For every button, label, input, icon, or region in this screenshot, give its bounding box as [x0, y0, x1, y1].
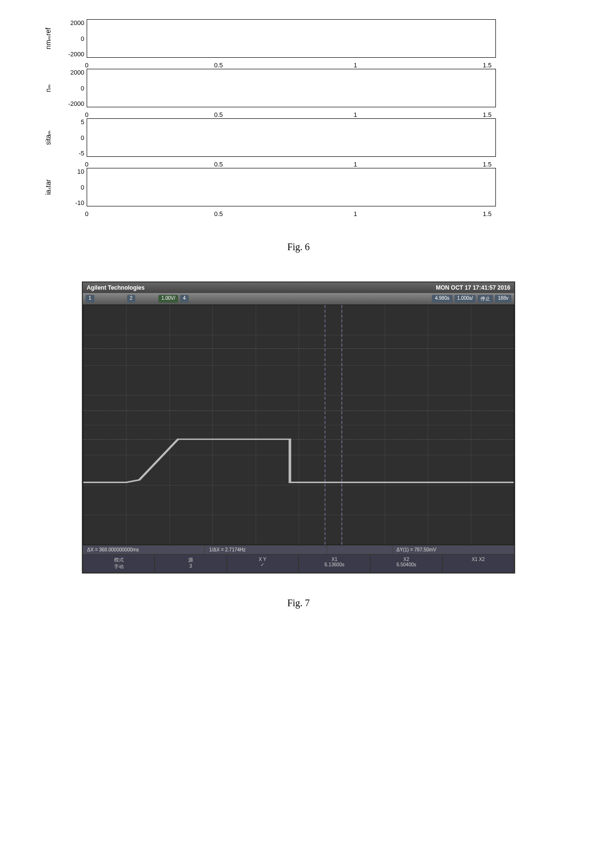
ylabel-nmref: nmₘref [44, 28, 52, 50]
meas-dy: ΔY(1) = 787.50mV [392, 545, 514, 554]
ylabel-nm: nₘ [44, 84, 52, 92]
scope-toolbar: 1 2 1.00V/ 4 4.980s 1.000s/ 停止 188v [83, 293, 514, 305]
ch4-indicator[interactable]: 4 [180, 295, 189, 303]
chart-iastar: iaₛtar 10 0 -10 [34, 168, 515, 206]
softkey-x2[interactable]: X2 6.50400s [370, 554, 442, 573]
trigger-level: 188v [495, 295, 511, 303]
scope-status: 停止 [478, 295, 493, 303]
time-div: 1.000s/ [454, 295, 476, 303]
figure-6: nmₘref 2000 0 -2000 0 0.5 1 1.5 nₘ 2000 [10, 19, 587, 253]
ch2-indicator[interactable]: 2 [127, 295, 136, 303]
softkey-source[interactable]: 源 3 [155, 554, 226, 573]
scope-timestamp: MON OCT 17 17:41:57 2016 [436, 284, 510, 291]
ylabel-iastar: iaₛtar [44, 179, 52, 195]
scope-brand: Agilent Technologies [87, 284, 144, 291]
softkey-mode[interactable]: 模式 手动 [83, 554, 155, 573]
softkey-x1x2[interactable]: X1 X2 [442, 554, 514, 573]
ylabel-sitam: sitaₘ [44, 130, 52, 145]
softkey-xy[interactable]: X Y ✓ [227, 554, 298, 573]
meas-invdx: 1/ΔX = 2.7174Hz [205, 545, 326, 554]
scope-screen[interactable] [83, 305, 514, 545]
caption-fig7: Fig. 7 [10, 598, 587, 609]
meas-dx: ΔX = 368.000000000ms [83, 545, 205, 554]
scope-softkeys: 模式 手动 源 3 X Y ✓ X1 6.13600s X2 6.50400s … [83, 554, 514, 573]
chart-nmref: nmₘref 2000 0 -2000 [34, 19, 515, 58]
caption-fig6: Fig. 6 [10, 242, 587, 253]
ch1-indicator[interactable]: 1 [86, 295, 94, 303]
scope-measurements: ΔX = 368.000000000ms 1/ΔX = 2.7174Hz ΔY(… [83, 545, 514, 554]
time-pos: 4.980s [432, 295, 452, 303]
chart-nm: nₘ 2000 0 -2000 [34, 69, 515, 107]
oscilloscope: Agilent Technologies MON OCT 17 17:41:57… [82, 281, 515, 574]
chart-sitam: sitaₘ 5 0 -5 [34, 118, 515, 157]
volts-div[interactable]: 1.00V/ [158, 295, 178, 303]
figure-7: Agilent Technologies MON OCT 17 17:41:57… [10, 281, 587, 609]
softkey-x1[interactable]: X1 6.13600s [298, 554, 370, 573]
